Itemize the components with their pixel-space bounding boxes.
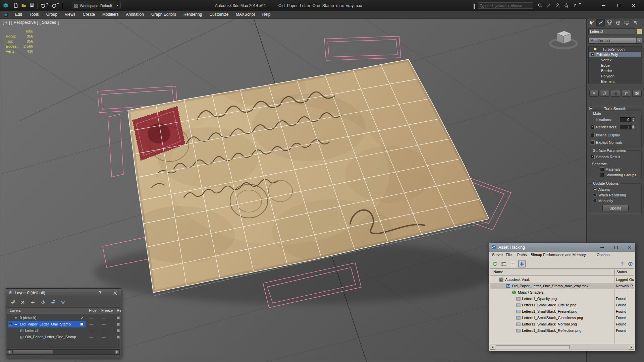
viewcube[interactable]: [547, 23, 580, 54]
info-icon[interactable]: [627, 260, 634, 267]
community-icon[interactable]: [554, 2, 561, 9]
menu-paths[interactable]: Paths: [517, 253, 527, 257]
list-view-button[interactable]: [500, 260, 507, 267]
asset-row-bitmap[interactable]: Letters1_SmallStack_Normal.png Found: [490, 321, 634, 327]
menu-create[interactable]: Create: [79, 11, 99, 18]
update-button[interactable]: Update: [602, 205, 629, 211]
menu-rendering[interactable]: Rendering: [180, 11, 206, 18]
search-icon[interactable]: [537, 2, 543, 9]
maximize-button[interactable]: [611, 244, 620, 251]
isoline-display-checkbox[interactable]: [591, 133, 595, 137]
collapse-icon[interactable]: [591, 53, 594, 56]
asset-hscrollbar[interactable]: [490, 345, 634, 350]
column-name[interactable]: Name: [493, 270, 503, 274]
undo-dropdown-icon[interactable]: [46, 5, 48, 9]
modifier-enabled-icon[interactable]: [594, 48, 597, 51]
menu-graph-editors[interactable]: Graph Editors: [148, 11, 180, 18]
smooth-result-checkbox[interactable]: [591, 155, 595, 159]
menu-options[interactable]: Options: [597, 253, 609, 257]
menu-group[interactable]: Group: [43, 11, 61, 18]
delete-layer-button[interactable]: [19, 299, 27, 306]
menu-server[interactable]: Server: [492, 253, 503, 257]
tab-display[interactable]: [623, 19, 631, 26]
close-button[interactable]: [625, 244, 634, 251]
object-name-field[interactable]: Letters2: [588, 28, 635, 35]
menu-help[interactable]: Help: [259, 11, 274, 18]
minimize-button[interactable]: [598, 244, 606, 251]
asset-row-vault[interactable]: Autodesk Vault Logged Ou: [490, 277, 634, 283]
menu-customize[interactable]: Customize: [206, 11, 232, 18]
scroll-left-arrow[interactable]: [490, 345, 495, 350]
menu-bitmap-performance[interactable]: Bitmap Performance and Memory: [531, 253, 586, 257]
app-logo-icon[interactable]: [2, 2, 9, 9]
smoothing-groups-checkbox[interactable]: [600, 173, 604, 177]
highlight-layer-button[interactable]: [59, 299, 67, 306]
tab-create[interactable]: [588, 19, 596, 26]
scroll-thumb[interactable]: [13, 350, 53, 354]
stack-item-edge[interactable]: Edge: [589, 63, 641, 68]
render-toggle[interactable]: [117, 329, 120, 332]
render-iters-field[interactable]: 2: [620, 125, 631, 129]
collapse-icon[interactable]: [9, 323, 12, 326]
layer-row-selected[interactable]: Old_Paper_Letter_One_Stamp — —: [7, 321, 120, 327]
object-color-swatch[interactable]: [637, 29, 642, 34]
layer-help-button[interactable]: [99, 290, 101, 295]
layer-dialog-titlebar[interactable]: Layer: 0 (default): [6, 289, 121, 297]
asset-row-bitmap[interactable]: Letters1_SmallStack_Fresnel.png Found: [490, 308, 634, 315]
layer-row-default[interactable]: 0 (default) — —: [7, 315, 120, 321]
pencil-icon[interactable]: [545, 2, 552, 9]
stack-item-turbosmooth[interactable]: TurboSmooth: [589, 47, 641, 52]
stack-item-border[interactable]: Border: [589, 68, 641, 73]
maximize-button[interactable]: [611, 0, 626, 11]
layer-hscrollbar[interactable]: [7, 349, 120, 355]
app-menu-icon[interactable]: [0, 11, 11, 18]
freeze-toggle[interactable]: —: [102, 327, 106, 334]
viewport-label[interactable]: [ + ] [ Perspective ] [ Shaded ]: [3, 20, 59, 25]
tab-motion[interactable]: [614, 19, 622, 26]
table-view-button[interactable]: [518, 260, 526, 267]
search-expander-icon[interactable]: [474, 4, 475, 8]
column-freeze[interactable]: Freeze: [101, 308, 113, 312]
menu-edit[interactable]: Edit: [11, 11, 26, 18]
column-hide[interactable]: Hide: [89, 308, 97, 312]
hide-toggle[interactable]: —: [90, 334, 93, 340]
iterations-field[interactable]: 0: [620, 117, 631, 122]
tab-utilities[interactable]: [632, 19, 640, 26]
asset-row-maxfile[interactable]: Old_Paper_Letter_One_Stamp_max_vray.max …: [490, 283, 634, 289]
open-file-button[interactable]: [20, 2, 28, 9]
menu-modifiers[interactable]: Modifiers: [99, 11, 122, 18]
modifier-list-dropdown[interactable]: Modifier List: [588, 37, 642, 44]
stack-item-polygon[interactable]: Polygon: [589, 73, 641, 79]
column-status[interactable]: Status: [616, 270, 627, 274]
render-toggle[interactable]: [117, 316, 120, 319]
render-iters-checkbox[interactable]: [591, 125, 595, 129]
scroll-left-arrow[interactable]: [7, 350, 12, 354]
tab-modify[interactable]: [597, 19, 605, 26]
refresh-button[interactable]: [491, 260, 498, 267]
select-layer-objects-button[interactable]: [39, 299, 47, 306]
search-box[interactable]: [478, 2, 533, 9]
render-toggle[interactable]: [117, 336, 120, 339]
column-render[interactable]: Ren: [117, 308, 121, 312]
iterations-spinner[interactable]: [631, 117, 635, 122]
scroll-right-arrow[interactable]: [629, 345, 634, 350]
manually-radio[interactable]: [593, 199, 597, 202]
materials-checkbox[interactable]: [600, 167, 604, 171]
make-unique-button[interactable]: [611, 90, 620, 97]
when-rendering-radio[interactable]: [593, 193, 597, 197]
pin-stack-button[interactable]: [589, 90, 599, 97]
render-toggle[interactable]: [117, 323, 120, 326]
add-selection-to-layer-button[interactable]: [29, 299, 37, 306]
create-new-layer-button[interactable]: [9, 299, 17, 306]
hide-toggle[interactable]: —: [90, 315, 93, 321]
asset-row-bitmap[interactable]: Letters1_SmallStack_Glossiness.png Found: [490, 315, 634, 321]
stack-item-element[interactable]: Element: [589, 79, 641, 84]
freeze-toggle[interactable]: —: [102, 334, 106, 340]
details-view-button[interactable]: [509, 260, 517, 267]
search-input[interactable]: [480, 4, 527, 8]
stack-item-vertex[interactable]: Vertex: [589, 57, 641, 63]
freeze-toggle[interactable]: —: [102, 321, 106, 327]
favorites-star-icon[interactable]: [563, 2, 570, 9]
redo-dropdown-icon[interactable]: [57, 5, 59, 9]
undo-button[interactable]: [40, 2, 47, 9]
